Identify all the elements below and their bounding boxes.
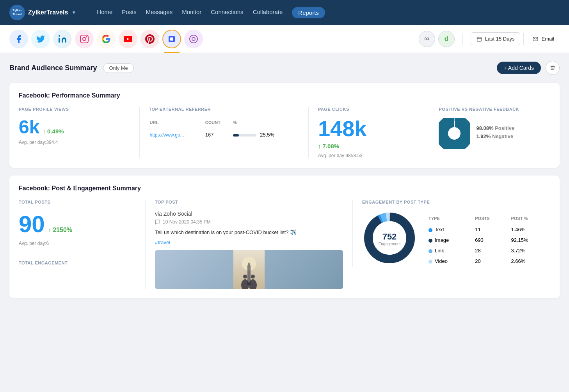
svg-rect-2 [80, 35, 88, 43]
total-posts-label: TOTAL POSTS [19, 200, 136, 204]
nav-connections[interactable]: Connections [211, 7, 243, 18]
add-cards-button[interactable]: + Add Cards [497, 62, 541, 74]
performance-grid: PAGE PROFILE VIEWS 6k ↑ 0.49% Avg. per d… [19, 107, 550, 158]
delete-button[interactable] [546, 61, 560, 75]
feedback-pie-chart [439, 118, 470, 149]
dot-image-icon [429, 239, 432, 243]
social-icon-chain[interactable]: ∞ [419, 31, 435, 47]
social-icon-leaf[interactable]: d [438, 31, 455, 47]
type-image: Image [427, 235, 473, 245]
type-link: Link [427, 246, 473, 255]
positive-pct: 98.08% [476, 125, 493, 131]
page-profile-views-section: PAGE PROFILE VIEWS 6k ↑ 0.49% Avg. per d… [19, 107, 140, 158]
social-icons-bar: ∞ d Last 15 Days Email [0, 25, 569, 53]
top-post-image [155, 250, 343, 289]
page-clicks-change: ↑ 7.08% [318, 143, 339, 149]
page-clicks-label: PAGE CLICKS [318, 107, 420, 112]
top-referrer-label: TOP EXTERNAL REFERRER [149, 107, 299, 112]
svg-point-21 [243, 275, 247, 278]
donut-center-number: 752 [379, 232, 401, 242]
nav-reports[interactable]: Reports [292, 7, 325, 18]
chevron-down-icon: ▾ [73, 10, 75, 15]
donut-center-label: Engagement [379, 242, 401, 246]
social-icon-google[interactable] [97, 30, 116, 48]
nav-home[interactable]: Home [97, 7, 112, 18]
feedback-label: POSITIVE VS NEGATIVE FEEDBACK [439, 107, 550, 112]
referrer-count: 167 [205, 129, 232, 140]
pct-video: 2.66% [509, 256, 549, 266]
svg-point-3 [83, 37, 86, 41]
main-content: Brand Audience Summary Only Me + Add Car… [0, 53, 569, 314]
page-title: Brand Audience Summary [9, 64, 97, 72]
posts-header: POSTS [473, 215, 509, 224]
engagement-type-table: TYPE POSTS POST % Text 11 1. [426, 214, 550, 267]
donut-chart: 752 Engagement [362, 211, 417, 267]
top-post-source: via Zoho Social [155, 211, 343, 217]
table-row: Text 11 1.46% [427, 225, 549, 234]
referrer-pct-header: % [233, 119, 298, 129]
svg-point-9 [192, 37, 195, 41]
social-icon-other[interactable] [184, 30, 203, 48]
social-icon-linkedin[interactable] [53, 30, 72, 48]
arrow-up-icon-clicks: ↑ [318, 143, 321, 149]
arrow-up-icon: ↑ [43, 128, 46, 135]
nav-messages[interactable]: Messages [146, 7, 172, 18]
nav-posts[interactable]: Posts [122, 7, 137, 18]
social-icon-twitter[interactable] [31, 30, 50, 48]
positive-label: Positive [495, 125, 514, 131]
comment-icon [155, 219, 160, 225]
negative-label: Negative [492, 133, 513, 139]
dot-video-icon [429, 260, 432, 264]
email-label: Email [541, 36, 554, 42]
referrer-table: URL COUNT % https://www.go... 167 25.5% [149, 118, 299, 141]
table-row: Link 28 3.72% [427, 246, 549, 255]
svg-rect-0 [59, 38, 60, 43]
page-clicks-section: PAGE CLICKS 148k ↑ 7.08% Avg. per day:98… [309, 107, 430, 158]
top-post-hashtag[interactable]: #travel [155, 239, 343, 245]
dot-text-icon [429, 228, 432, 232]
silhouette-image [233, 250, 265, 289]
table-row: https://www.go... 167 25.5% [150, 129, 298, 140]
social-icon-facebook[interactable] [9, 30, 28, 48]
brand[interactable]: ZylkerTravel ZylkerTravels ▾ [9, 5, 75, 20]
navbar: ZylkerTravel ZylkerTravels ▾ Home Posts … [0, 0, 569, 25]
total-posts-col: TOTAL POSTS 90 ↑ 2150% Avg. per day:6 TO… [19, 200, 136, 265]
page-header-right: + Add Cards [497, 61, 560, 75]
social-icon-buffer[interactable] [162, 30, 181, 48]
negative-legend-item: 1.92% Negative [476, 133, 514, 139]
table-header-row: TYPE POSTS POST % [427, 215, 549, 224]
posts-video: 20 [473, 256, 509, 266]
nav-monitor[interactable]: Monitor [182, 7, 201, 18]
engagement-chart-col: ENGAGEMENT BY POST TYPE [352, 200, 550, 267]
main-nav: Home Posts Messages Monitor Connections … [97, 7, 325, 18]
feedback-legend: 98.08% Positive 1.92% Negative [476, 125, 514, 142]
pct-image: 92.15% [509, 235, 549, 245]
page-profile-views-label: PAGE PROFILE VIEWS [19, 107, 130, 112]
svg-point-23 [251, 275, 255, 278]
brand-logo: ZylkerTravel [9, 5, 25, 20]
total-engagement-section: TOTAL ENGAGEMENT [19, 254, 136, 265]
type-video: Video [427, 256, 473, 266]
referrer-bar-pct: 25.5% [233, 129, 298, 140]
feedback-chart: 98.08% Positive 1.92% Negative [439, 118, 550, 149]
referrer-url[interactable]: https://www.go... [150, 129, 204, 140]
table-row: Video 20 2.66% [427, 256, 549, 266]
posts-image: 693 [473, 235, 509, 245]
date-range-button[interactable]: Last 15 Days [471, 32, 521, 45]
referrer-url-header: URL [150, 119, 204, 129]
page-clicks-avg: Avg. per day:9858.53 [318, 153, 420, 158]
nav-collaborate[interactable]: Collaborate [253, 7, 283, 18]
only-me-badge[interactable]: Only Me [103, 63, 133, 73]
performance-card-title: Facebook: Performance Summary [19, 92, 550, 99]
social-icon-youtube[interactable] [119, 30, 137, 48]
page-profile-views-value: 6k [19, 118, 39, 137]
top-post-label: TOP POST [155, 200, 343, 204]
brand-name: ZylkerTravels [28, 9, 68, 16]
top-referrer-section: TOP EXTERNAL REFERRER URL COUNT % https:… [140, 107, 309, 158]
social-icon-pinterest[interactable] [140, 30, 159, 48]
social-icon-instagram[interactable] [75, 30, 94, 48]
page-header-left: Brand Audience Summary Only Me [9, 63, 134, 73]
total-posts-change: ↑ 2150% [48, 227, 72, 234]
email-button[interactable]: Email [527, 33, 560, 45]
svg-point-4 [86, 37, 87, 37]
